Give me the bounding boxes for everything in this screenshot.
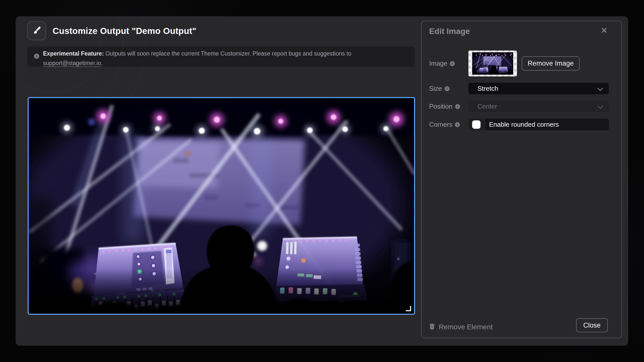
- trash-icon: [429, 323, 435, 331]
- corners-label-text: Corners: [429, 121, 452, 128]
- chevron-down-icon: [597, 85, 603, 91]
- chevron-down-icon: [597, 103, 603, 109]
- modal-header: Customize Output "Demo Output": [27, 21, 196, 40]
- banner-bold-text: Experimental Feature:: [43, 50, 104, 57]
- size-select[interactable]: Stretch: [468, 83, 609, 94]
- size-field-label: Size: [429, 85, 450, 93]
- banner-body-text: Outputs will soon replace the current Th…: [104, 50, 351, 57]
- rounded-corners-checkbox[interactable]: [472, 120, 480, 129]
- banner-suffix: .: [101, 60, 102, 66]
- output-preview-image-element[interactable]: [28, 97, 415, 315]
- modal-title: Customize Output "Demo Output": [53, 26, 196, 36]
- info-icon: [445, 86, 450, 91]
- position-label-text: Position: [429, 103, 453, 110]
- corners-field-label: Corners: [429, 121, 460, 128]
- rounded-corners-toggle-row[interactable]: Enable rounded corners: [468, 119, 609, 130]
- image-label-text: Image: [429, 60, 447, 67]
- concert-photo-thumbnail: [472, 52, 513, 75]
- image-thumbnail: [468, 51, 517, 76]
- position-select-value: Center: [477, 103, 497, 110]
- info-icon: [450, 61, 455, 66]
- info-icon: [455, 122, 460, 127]
- resize-handle-icon[interactable]: [406, 306, 411, 311]
- size-select-value: Stretch: [477, 85, 498, 93]
- checkbox-cell: [468, 119, 485, 130]
- panel-title: Edit Image: [429, 27, 470, 36]
- paintbrush-icon: [32, 26, 41, 36]
- position-field-label: Position: [429, 103, 460, 110]
- experimental-feature-banner: Experimental Feature: Outputs will soon …: [27, 47, 415, 67]
- info-icon: [455, 104, 460, 109]
- remove-image-button[interactable]: Remove Image: [522, 56, 580, 71]
- close-button[interactable]: Close: [576, 318, 608, 332]
- support-email-link[interactable]: support@stagetimer.io: [43, 60, 101, 66]
- remove-element-button[interactable]: Remove Element: [429, 323, 493, 331]
- app-background: Customize Output "Demo Output" Experimen…: [0, 0, 644, 362]
- customize-output-modal: Customize Output "Demo Output" Experimen…: [16, 16, 628, 346]
- paintbrush-icon-button[interactable]: [27, 21, 46, 40]
- concert-photo: [29, 98, 414, 314]
- image-field-label: Image: [429, 60, 455, 67]
- rounded-corners-checkbox-label: Enable rounded corners: [489, 121, 559, 128]
- remove-element-label: Remove Element: [439, 323, 493, 331]
- close-icon[interactable]: ✕: [601, 26, 608, 35]
- banner-text: Experimental Feature: Outputs will soon …: [43, 49, 385, 68]
- info-icon: [34, 54, 39, 59]
- size-label-text: Size: [429, 85, 442, 93]
- edit-image-panel: Edit Image ✕ Image Remove Image Size Str…: [421, 21, 622, 338]
- position-select[interactable]: Center: [468, 101, 609, 112]
